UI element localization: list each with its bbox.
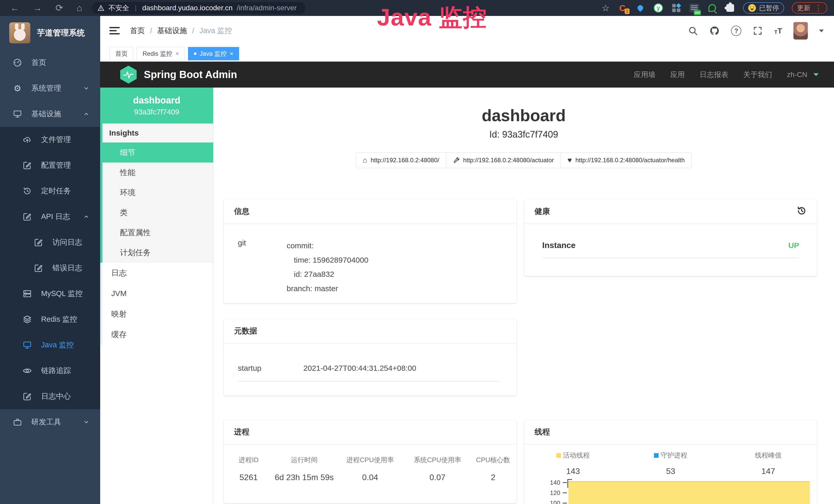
instance-nav-jvm[interactable]: JVM <box>100 283 213 304</box>
sidebar-item-label: 文件管理 <box>41 135 71 145</box>
health-url-button[interactable]: ♥ http://192.168.0.2:48080/actuator/heal… <box>561 152 692 168</box>
pin-extension-icon[interactable] <box>635 3 645 13</box>
sba-nav: 应用墙 应用 日志报表 关于我们 zh-CN <box>634 70 834 79</box>
chevron-down-icon <box>83 85 89 91</box>
git-commit-line: commit: <box>287 238 368 253</box>
user-avatar[interactable] <box>793 22 808 40</box>
metadata-card-title: 元数据 <box>234 326 257 336</box>
sba-nav-wallboard[interactable]: 应用墙 <box>634 70 656 79</box>
help-icon[interactable]: ? <box>731 26 741 36</box>
user-menu-caret-icon[interactable] <box>819 29 824 32</box>
infrastructure-submenu: 文件管理 配置管理 定时任务 <box>0 127 100 409</box>
sidebar-item-access-logs[interactable]: 访问日志 <box>0 230 100 255</box>
browser-extensions: ☆ C 1 y on 已暂停 更新 ⋮ <box>602 2 834 14</box>
sidebar-item-label: 访问日志 <box>52 237 82 248</box>
grid-extension-icon[interactable] <box>671 3 681 13</box>
breadcrumb: 首页 / 基础设施 / Java 监控 <box>130 26 232 36</box>
sidebar-item-config-management[interactable]: 配置管理 <box>0 153 100 178</box>
legend-value: 147 <box>720 466 817 476</box>
bookmark-star-icon[interactable]: ☆ <box>602 3 610 13</box>
reload-icon[interactable]: ⟳ <box>56 3 63 13</box>
y-extension-icon[interactable]: y <box>653 3 663 13</box>
breadcrumb-infrastructure[interactable]: 基础设施 <box>157 26 187 36</box>
forward-icon[interactable]: → <box>33 3 42 13</box>
paused-profile-pill[interactable]: 已暂停 <box>743 2 784 14</box>
address-bar[interactable]: 不安全 | dashboard.yudao.iocoder.cn/infra/a… <box>92 2 305 14</box>
search-icon[interactable] <box>688 26 698 36</box>
legend-swatch-yellow <box>556 453 561 458</box>
app-sidebar: 芋道管理系统 首页 ⚙ 系统管理 基础设施 <box>0 16 100 504</box>
sba-logo-icon[interactable] <box>120 66 137 84</box>
service-url-button[interactable]: ⌂ http://192.168.0.2:48080/ <box>356 152 446 168</box>
threads-card: 线程 活动线程 143 守护进程 53 <box>524 420 817 504</box>
sidebar-item-label: MySQL 监控 <box>41 289 83 299</box>
sba-nav-about[interactable]: 关于我们 <box>743 70 772 79</box>
fullscreen-icon[interactable] <box>752 26 763 36</box>
info-card-title: 信息 <box>234 206 249 217</box>
sidebar-item-java-monitor[interactable]: Java 监控 <box>0 332 100 358</box>
app-logo-row: 芋道管理系统 <box>0 16 100 50</box>
close-icon[interactable]: × <box>175 50 179 57</box>
sidebar-item-log-center[interactable]: 日志中心 <box>0 384 100 409</box>
info-key: git <box>238 238 287 296</box>
column-header: CPU核心数 <box>470 456 517 464</box>
language-caret-icon[interactable] <box>813 73 818 76</box>
sidebar-item-home[interactable]: 首页 <box>0 50 100 75</box>
git-time-line: time: 1596289704000 <box>287 253 368 267</box>
extensions-puzzle-icon[interactable] <box>725 3 736 13</box>
health-row[interactable]: Instance UP <box>542 240 799 258</box>
insights-section: Insights 细节 性能 环境 类 配置属性 计划任务 <box>100 123 213 263</box>
sidebar-item-dev-tools[interactable]: 研发工具 <box>0 409 100 435</box>
sidebar-item-infrastructure[interactable]: 基础设施 <box>0 101 100 127</box>
tab-label: 首页 <box>115 49 128 58</box>
instance-nav-environment[interactable]: 环境 <box>103 183 213 203</box>
update-browser-pill[interactable]: 更新 ⋮ <box>792 2 827 14</box>
home-icon[interactable]: ⌂ <box>76 3 82 13</box>
process-card-title: 进程 <box>234 427 249 437</box>
font-size-icon[interactable]: TT <box>774 27 782 35</box>
sba-nav-applications[interactable]: 应用 <box>671 70 685 79</box>
sidebar-item-file-management[interactable]: 文件管理 <box>0 127 100 153</box>
sidebar-item-redis-monitor[interactable]: Redis 监控 <box>0 306 100 332</box>
actuator-url-button[interactable]: http://192.168.0.2:48080/actuator <box>446 152 561 168</box>
wrench-icon <box>453 157 460 164</box>
sba-language-select[interactable]: zh-CN <box>787 71 807 79</box>
browser-menu-dots-icon[interactable]: ⋮ <box>814 4 822 12</box>
tab-redis-monitor[interactable]: Redis 监控 × <box>137 47 185 60</box>
health-card-title: 健康 <box>534 206 550 217</box>
sidebar-item-scheduled-jobs[interactable]: 定时任务 <box>0 178 100 204</box>
breadcrumb-home[interactable]: 首页 <box>130 26 145 36</box>
switch-on-extension-icon[interactable]: on <box>689 3 699 13</box>
heartbeat-icon: ♥ <box>568 157 572 164</box>
instance-nav-details[interactable]: 细节 <box>103 142 213 162</box>
back-icon[interactable]: ← <box>10 3 20 13</box>
sidebar-item-system-management[interactable]: ⚙ 系统管理 <box>0 75 100 101</box>
tab-home[interactable]: 首页 <box>109 47 134 60</box>
tab-java-monitor[interactable]: Java 监控 × <box>188 47 239 60</box>
instance-nav-mappings[interactable]: 映射 <box>100 304 213 324</box>
green-magnifier-extension-icon[interactable] <box>707 3 717 13</box>
sidebar-item-error-logs[interactable]: 错误日志 <box>0 255 100 281</box>
monitor-icon <box>13 109 22 119</box>
instance-nav-classes[interactable]: 类 <box>103 203 213 223</box>
sidebar-item-tracing[interactable]: 链路追踪 <box>0 358 100 384</box>
url-host: dashboard.yudao.iocoder.cn <box>142 4 233 12</box>
sidebar-item-mysql-monitor[interactable]: MySQL 监控 <box>0 281 100 306</box>
sidebar-item-api-logs[interactable]: API 日志 <box>0 204 100 230</box>
colorzilla-extension-icon[interactable]: C 1 <box>617 3 628 13</box>
instance-nav-metrics[interactable]: 性能 <box>103 162 213 183</box>
axis-line <box>567 479 568 488</box>
process-col-pid: 进程ID 5261 <box>224 456 273 482</box>
instance-nav-caches[interactable]: 缓存 <box>100 324 213 345</box>
instance-nav-config-props[interactable]: 配置属性 <box>103 223 213 243</box>
sba-brand-title[interactable]: Spring Boot Admin <box>144 69 237 81</box>
cell-value: 0.04 <box>335 473 405 482</box>
instance-header[interactable]: dashboard 93a3fc7f7409 <box>100 88 213 123</box>
close-icon[interactable]: × <box>229 50 233 57</box>
instance-nav-logs[interactable]: 日志 <box>100 263 213 283</box>
history-icon[interactable] <box>796 206 807 216</box>
sba-nav-journal[interactable]: 日志报表 <box>700 70 728 79</box>
github-icon[interactable] <box>709 26 720 36</box>
instance-nav-scheduled-tasks[interactable]: 计划任务 <box>103 243 213 263</box>
sidebar-collapse-icon[interactable] <box>109 27 120 35</box>
